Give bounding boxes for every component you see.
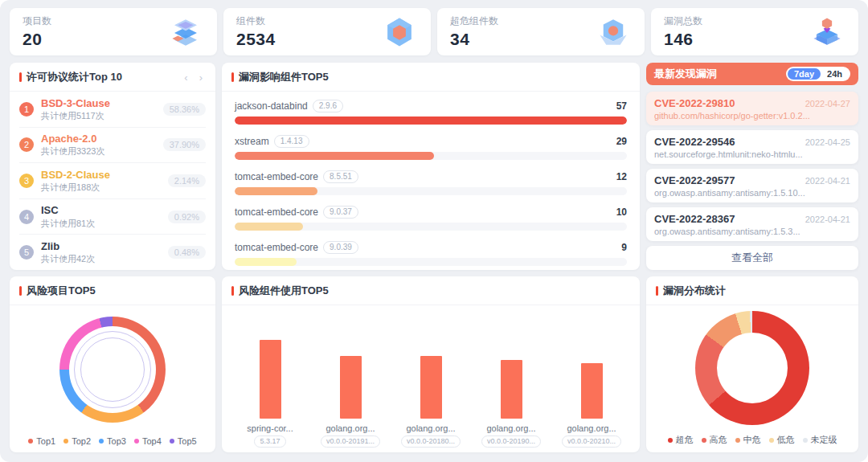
license-stats-panel: 许可协议统计Top 10 ‹ › 1 BSD-3-Clause 共计使用5117… xyxy=(10,63,215,270)
legend-item: Top4 xyxy=(134,436,162,446)
legend-dot-icon xyxy=(702,438,706,443)
license-percent-badge: 58.36% xyxy=(163,103,206,116)
stat-label: 项目数 xyxy=(23,14,51,28)
vuln-affected-components-panel: 漏洞影响组件TOP5 jackson-databind 2.9.6 57 xst… xyxy=(222,63,640,270)
license-name: BSD-2-Clause xyxy=(41,169,161,182)
cve-line: CVE-2022-29546 2022-04-25 xyxy=(654,136,850,148)
hbar-row: tomcat-embed-core 8.5.51 12 xyxy=(235,170,627,195)
bar xyxy=(501,360,522,419)
title-accent-bar xyxy=(656,286,658,296)
bar-track xyxy=(235,258,627,266)
legend-dot-icon xyxy=(769,438,774,443)
prev-page-icon[interactable]: ‹ xyxy=(181,72,190,83)
stats-row: 项目数 20 组件数 2534 超危组件数 34 漏洞总数 146 xyxy=(10,8,858,55)
risk-projects-title: 风险项目TOP5 xyxy=(27,284,96,298)
cve-date: 2022-04-21 xyxy=(805,176,850,186)
title-accent-bar xyxy=(231,72,234,82)
toggle-7day[interactable]: 7day xyxy=(788,68,821,80)
hbar-label-line: tomcat-embed-core 9.0.37 10 xyxy=(235,206,627,219)
legend-dot-icon xyxy=(803,438,808,443)
license-usage: 共计使用81次 xyxy=(41,218,161,229)
hbar-label-line: tomcat-embed-core 9.0.39 9 xyxy=(235,241,627,254)
risk-projects-chart xyxy=(10,305,215,433)
legend-item: 未定级 xyxy=(803,434,837,446)
rank-badge: 2 xyxy=(19,137,34,152)
license-info: Apache-2.0 共计使用3323次 xyxy=(41,133,156,157)
cve-id: CVE-2022-29546 xyxy=(654,136,735,148)
legend-label: Top5 xyxy=(178,436,197,446)
version-badge: 1.4.13 xyxy=(274,135,309,148)
vbar-column: golang.org... v0.0.0-20210... xyxy=(553,312,630,448)
stat-value: 2534 xyxy=(236,30,276,49)
bar-value: 57 xyxy=(616,100,627,112)
stat-value: 146 xyxy=(664,30,702,49)
license-panel-header: 许可协议统计Top 10 ‹ › xyxy=(10,63,215,92)
cve-package: org.owasp.antisamy:antisamy:1.5.10... xyxy=(654,188,850,198)
version-badge: 9.0.37 xyxy=(323,206,358,219)
legend-label: 超危 xyxy=(676,434,694,446)
cve-list-item[interactable]: CVE-2022-29546 2022-04-25 net.sourceforg… xyxy=(646,130,858,164)
toggle-24h[interactable]: 24h xyxy=(821,68,849,80)
legend-item: Top5 xyxy=(170,436,197,446)
license-name: Zlib xyxy=(41,240,161,253)
version-badge: 8.5.51 xyxy=(323,170,358,183)
legend-label: 低危 xyxy=(777,434,795,446)
legend-label: Top2 xyxy=(72,436,91,446)
license-info: BSD-2-Clause 共计使用188次 xyxy=(41,169,161,194)
stat-label: 组件数 xyxy=(236,14,276,28)
period-toggle: 7day 24h xyxy=(786,67,850,81)
license-info: ISC 共计使用81次 xyxy=(41,204,161,229)
version-badge: v0.0.0-20210... xyxy=(562,435,621,448)
stat-card: 项目数 20 xyxy=(10,8,217,55)
license-name: Apache-2.0 xyxy=(41,133,156,145)
rank-badge: 3 xyxy=(19,174,34,188)
title-accent-bar xyxy=(19,286,22,296)
bottom-row: 风险项目TOP5 Top1 Top2 Top3 Top4 Top5 xyxy=(10,276,858,452)
stat-label: 超危组件数 xyxy=(450,14,498,28)
license-list-item: 1 BSD-3-Clause 共计使用5117次 58.36% xyxy=(19,92,206,127)
license-usage: 共计使用42次 xyxy=(41,253,161,264)
license-name: BSD-3-Clause xyxy=(41,97,156,110)
bar-value: 12 xyxy=(616,171,627,182)
hbar-row: tomcat-embed-core 9.0.37 10 xyxy=(235,206,627,231)
cve-list-item[interactable]: CVE-2022-28367 2022-04-21 org.owasp.anti… xyxy=(646,207,858,241)
critical-cube-icon xyxy=(596,15,630,49)
legend-label: Top3 xyxy=(107,436,126,446)
version-badge: v0.0.0-20191... xyxy=(321,435,380,448)
cve-list-item[interactable]: CVE-2022-29810 2022-04-27 github.com/has… xyxy=(646,92,858,125)
stat-card: 组件数 2534 xyxy=(223,8,431,55)
vuln_distribution-donut xyxy=(695,311,809,425)
component-name: tomcat-embed-core xyxy=(235,206,318,218)
component-name: tomcat-embed-core xyxy=(235,242,318,253)
component-cube-icon xyxy=(383,15,416,49)
bar-track xyxy=(235,117,627,125)
legend-item: 高危 xyxy=(702,434,727,446)
cve-package: github.com/hashicorp/go-getter:v1.0.2... xyxy=(654,111,850,121)
version-badge: v0.0.0-20180... xyxy=(401,435,461,448)
license-percent-badge: 0.92% xyxy=(168,211,206,223)
bar-fill xyxy=(235,152,434,160)
legend-label: 未定级 xyxy=(811,434,837,446)
rank-badge: 1 xyxy=(19,102,34,117)
stacked-layers-icon xyxy=(169,15,203,49)
version-badge: 5.3.17 xyxy=(254,435,285,448)
version-badge: 2.9.6 xyxy=(313,100,343,112)
legend-label: 中危 xyxy=(743,434,761,446)
hbar-row: jackson-databind 2.9.6 57 xyxy=(235,100,627,125)
component-name: jackson-databind xyxy=(235,100,308,112)
view-all-button[interactable]: 查看全部 xyxy=(646,246,858,270)
legend-dot-icon xyxy=(134,439,139,444)
bar-fill xyxy=(235,223,303,231)
component-name: spring-cor... xyxy=(247,423,293,433)
hbar-row: tomcat-embed-core 9.0.39 9 xyxy=(235,241,627,266)
risk-projects-legend: Top1 Top2 Top3 Top4 Top5 xyxy=(10,433,215,452)
license-percent-badge: 0.48% xyxy=(168,246,206,259)
legend-label: 高危 xyxy=(710,434,727,446)
vuln-distribution-legend: 超危 高危 中危 低危 未定级 xyxy=(646,431,858,452)
donut-inner-circle xyxy=(80,337,145,402)
cve-list-item[interactable]: CVE-2022-29577 2022-04-21 org.owasp.anti… xyxy=(646,169,858,202)
vbar-column: golang.org... v0.0.0-20180... xyxy=(392,312,469,448)
license-list-item: 4 ISC 共计使用81次 0.92% xyxy=(19,198,206,235)
rank-badge: 5 xyxy=(19,245,34,260)
next-page-icon[interactable]: › xyxy=(196,72,206,83)
